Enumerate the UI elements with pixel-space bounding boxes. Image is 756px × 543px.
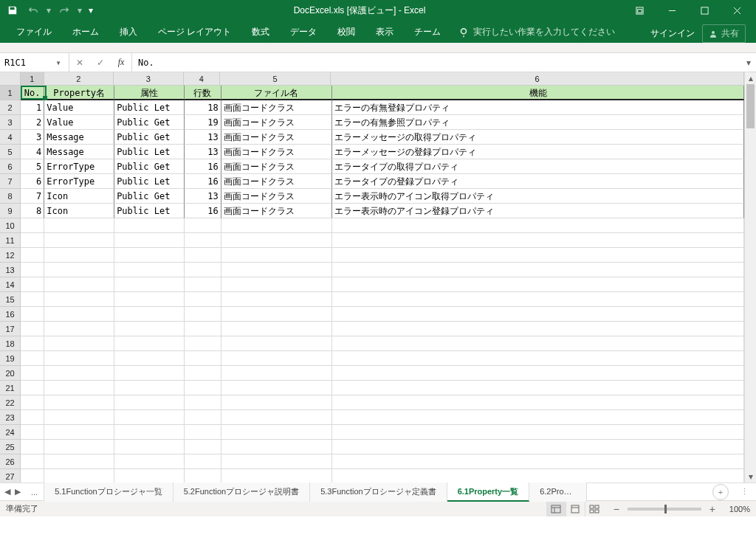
cell[interactable] <box>114 218 185 233</box>
cell[interactable] <box>332 263 744 277</box>
cell[interactable] <box>221 351 333 366</box>
add-sheet-button[interactable]: + <box>712 484 729 500</box>
cell[interactable] <box>44 351 114 366</box>
ribbon-tab-file[interactable]: ファイル <box>6 21 62 43</box>
cell[interactable] <box>221 440 333 454</box>
ribbon-tab-pagelayout[interactable]: ページ レイアウト <box>148 21 241 43</box>
cell[interactable] <box>44 277 114 292</box>
tell-me-search[interactable]: 実行したい作業を入力してください <box>451 21 622 43</box>
cell[interactable] <box>221 248 333 263</box>
sheet-tab[interactable]: 5.1Functionプロシージャ一覧 <box>44 483 173 502</box>
row-header[interactable]: 24 <box>0 425 20 440</box>
sheet-nav-prev[interactable]: ◀ <box>4 487 10 497</box>
cell[interactable]: ErrorType <box>44 174 114 189</box>
cell[interactable]: エラー表示時のアイコン取得プロパティ <box>332 189 744 204</box>
cell[interactable] <box>114 233 185 248</box>
ribbon-tab-review[interactable]: 校閲 <box>327 21 365 43</box>
cell[interactable] <box>221 292 333 307</box>
cell[interactable] <box>114 366 185 381</box>
ribbon-tab-home[interactable]: ホーム <box>62 21 109 43</box>
cell[interactable] <box>221 381 333 395</box>
row-header[interactable]: 16 <box>0 307 20 322</box>
cell[interactable] <box>185 248 221 263</box>
cell[interactable] <box>332 454 744 469</box>
cell[interactable]: Message <box>44 130 114 145</box>
vertical-scrollbar[interactable]: ▴ ▾ <box>744 72 756 483</box>
column-header[interactable]: 1 <box>21 72 44 85</box>
cell[interactable] <box>21 440 44 454</box>
zoom-thumb[interactable] <box>664 505 667 513</box>
row-header[interactable]: 22 <box>0 395 20 410</box>
cell[interactable]: エラータイプの取得プロパティ <box>332 159 744 174</box>
minimize-button[interactable] <box>656 0 688 21</box>
cell[interactable]: 16 <box>185 204 221 218</box>
cell[interactable] <box>185 233 221 248</box>
save-button[interactable] <box>3 1 22 19</box>
row-header[interactable]: 15 <box>0 292 20 307</box>
cell[interactable]: Value <box>44 100 114 115</box>
cell[interactable] <box>114 381 185 395</box>
cell[interactable]: Public Let <box>114 100 185 115</box>
row-header[interactable]: 20 <box>0 366 20 381</box>
cell[interactable] <box>185 351 221 366</box>
row-header[interactable]: 1 <box>0 86 20 100</box>
cell[interactable] <box>221 277 333 292</box>
ribbon-tab-view[interactable]: 表示 <box>365 21 404 43</box>
cell[interactable] <box>114 351 185 366</box>
cell[interactable] <box>114 440 185 454</box>
cell[interactable] <box>221 395 333 410</box>
cell[interactable]: 8 <box>21 204 44 218</box>
cell[interactable] <box>44 425 114 440</box>
cell[interactable]: 画面コードクラス <box>221 174 333 189</box>
cell[interactable] <box>21 366 44 381</box>
cell[interactable] <box>185 410 221 425</box>
cell[interactable] <box>114 469 185 483</box>
cell[interactable] <box>221 233 333 248</box>
cell[interactable] <box>332 469 744 483</box>
cell[interactable] <box>185 395 221 410</box>
maximize-button[interactable] <box>688 0 721 21</box>
cell[interactable] <box>185 381 221 395</box>
ribbon-tab-team[interactable]: チーム <box>404 21 451 43</box>
cell[interactable]: 画面コードクラス <box>221 115 333 130</box>
cell[interactable] <box>44 218 114 233</box>
row-header[interactable]: 8 <box>0 189 20 204</box>
cell[interactable]: Icon <box>44 189 114 204</box>
cell[interactable] <box>114 263 185 277</box>
cell[interactable] <box>185 307 221 322</box>
column-header[interactable]: 6 <box>331 72 744 85</box>
cell[interactable] <box>185 322 221 336</box>
cell[interactable]: 6 <box>21 174 44 189</box>
column-header[interactable]: 3 <box>114 72 184 85</box>
cell[interactable]: 18 <box>185 100 221 115</box>
undo-button[interactable] <box>24 1 43 19</box>
sheet-nav-next[interactable]: ▶ <box>15 487 21 497</box>
cell[interactable]: Public Let <box>114 204 185 218</box>
fx-button[interactable]: fx <box>111 57 131 68</box>
cell[interactable] <box>221 469 333 483</box>
sheet-tab[interactable]: 5.2Functionプロシージャ説明書 <box>173 483 310 502</box>
row-header[interactable]: 17 <box>0 322 20 336</box>
cell[interactable] <box>21 322 44 336</box>
cell[interactable]: No. <box>21 86 44 100</box>
cell[interactable]: Public Get <box>114 159 185 174</box>
cell[interactable]: 5 <box>21 159 44 174</box>
cell[interactable] <box>332 395 744 410</box>
row-header[interactable]: 6 <box>0 159 20 174</box>
scroll-down-button[interactable]: ▾ <box>745 471 756 483</box>
cell[interactable] <box>44 454 114 469</box>
cell[interactable] <box>332 425 744 440</box>
row-header[interactable]: 5 <box>0 145 20 159</box>
cell[interactable]: 画面コードクラス <box>221 189 333 204</box>
cell[interactable]: 13 <box>185 130 221 145</box>
cell[interactable] <box>21 454 44 469</box>
enter-formula-button[interactable]: ✓ <box>90 58 111 68</box>
column-header[interactable]: 4 <box>184 72 220 85</box>
zoom-in-button[interactable]: + <box>707 503 718 515</box>
cell[interactable]: 画面コードクラス <box>221 145 333 159</box>
cell[interactable] <box>221 366 333 381</box>
formula-input[interactable]: No. <box>132 53 741 72</box>
cell[interactable] <box>21 425 44 440</box>
name-box-dropdown-icon[interactable]: ▾ <box>52 58 64 68</box>
cell[interactable] <box>21 410 44 425</box>
